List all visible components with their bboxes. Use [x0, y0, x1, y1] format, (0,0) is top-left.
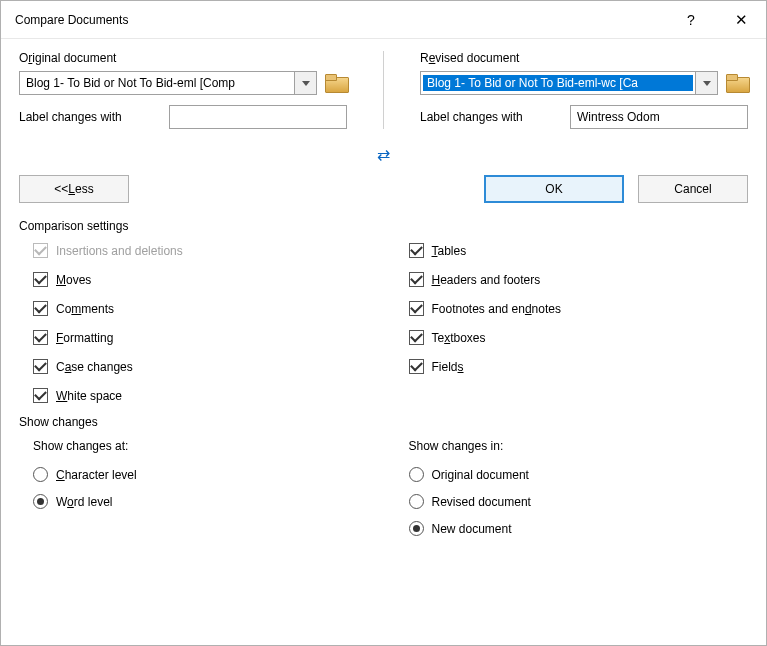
comparison-settings-label: Comparison settings: [19, 219, 748, 233]
headers-footers-checkbox-row[interactable]: Headers and footers: [409, 272, 749, 287]
insertions-deletions-checkbox: [33, 243, 48, 258]
tables-checkbox[interactable]: [409, 243, 424, 258]
textboxes-checkbox-row[interactable]: Textboxes: [409, 330, 749, 345]
comments-checkbox[interactable]: [33, 301, 48, 316]
dialog-title: Compare Documents: [15, 13, 666, 27]
white-space-checkbox-row[interactable]: White space: [33, 388, 373, 403]
original-label-changes-label: Label changes with: [19, 110, 159, 124]
textboxes-checkbox[interactable]: [409, 330, 424, 345]
ok-button[interactable]: OK: [484, 175, 624, 203]
revised-document-radio-row[interactable]: Revised document: [409, 494, 749, 509]
revised-browse-folder-icon[interactable]: [726, 74, 748, 92]
character-level-radio[interactable]: [33, 467, 48, 482]
word-level-radio-row[interactable]: Word level: [33, 494, 373, 509]
moves-checkbox[interactable]: [33, 272, 48, 287]
revised-document-radio[interactable]: [409, 494, 424, 509]
original-browse-folder-icon[interactable]: [325, 74, 347, 92]
show-changes-at-label: Show changes at:: [33, 439, 373, 453]
original-document-dropdown-button[interactable]: [294, 72, 316, 94]
original-document-combo[interactable]: Blog 1- To Bid or Not To Bid-eml [Comp: [19, 71, 317, 95]
footnotes-endnotes-checkbox-row[interactable]: Footnotes and endnotes: [409, 301, 749, 316]
original-document-radio-row[interactable]: Original document: [409, 467, 749, 482]
original-document-radio[interactable]: [409, 467, 424, 482]
revised-document-group: Revised document Blog 1- To Bid or Not T…: [420, 51, 748, 129]
chevron-down-icon: [703, 81, 711, 86]
formatting-checkbox[interactable]: [33, 330, 48, 345]
compare-documents-dialog: Compare Documents ? ✕ Original document …: [0, 0, 767, 646]
original-document-group: Original document Blog 1- To Bid or Not …: [19, 51, 347, 129]
fields-checkbox[interactable]: [409, 359, 424, 374]
show-changes-in-label: Show changes in:: [409, 439, 749, 453]
revised-document-dropdown-button[interactable]: [695, 72, 717, 94]
revised-document-label: Revised document: [420, 51, 748, 65]
case-changes-checkbox[interactable]: [33, 359, 48, 374]
revised-author-input[interactable]: [570, 105, 748, 129]
tables-checkbox-row[interactable]: Tables: [409, 243, 749, 258]
new-document-radio[interactable]: [409, 521, 424, 536]
original-author-input[interactable]: [169, 105, 347, 129]
close-icon: ✕: [735, 11, 748, 29]
word-level-radio[interactable]: [33, 494, 48, 509]
show-changes-label: Show changes: [19, 415, 748, 429]
original-document-value: Blog 1- To Bid or Not To Bid-eml [Comp: [20, 76, 294, 90]
revised-document-combo[interactable]: Blog 1- To Bid or Not To Bid-eml-wc [Ca: [420, 71, 718, 95]
comments-checkbox-row[interactable]: Comments: [33, 301, 373, 316]
revised-document-value: Blog 1- To Bid or Not To Bid-eml-wc [Ca: [423, 75, 693, 91]
column-divider: [383, 51, 384, 129]
close-button[interactable]: ✕: [716, 1, 766, 39]
formatting-checkbox-row[interactable]: Formatting: [33, 330, 373, 345]
chevron-down-icon: [302, 81, 310, 86]
help-button[interactable]: ?: [666, 1, 716, 39]
revised-label-changes-label: Label changes with: [420, 110, 560, 124]
swap-documents-icon[interactable]: ⇄: [377, 147, 390, 163]
dialog-content: Original document Blog 1- To Bid or Not …: [1, 39, 766, 645]
fields-checkbox-row[interactable]: Fields: [409, 359, 749, 374]
new-document-radio-row[interactable]: New document: [409, 521, 749, 536]
case-changes-checkbox-row[interactable]: Case changes: [33, 359, 373, 374]
titlebar: Compare Documents ? ✕: [1, 1, 766, 39]
less-button[interactable]: << Less: [19, 175, 129, 203]
footnotes-endnotes-checkbox[interactable]: [409, 301, 424, 316]
character-level-radio-row[interactable]: Character level: [33, 467, 373, 482]
insertions-deletions-checkbox-row: Insertions and deletions: [33, 243, 373, 258]
original-document-label: Original document: [19, 51, 347, 65]
white-space-checkbox[interactable]: [33, 388, 48, 403]
cancel-button[interactable]: Cancel: [638, 175, 748, 203]
moves-checkbox-row[interactable]: Moves: [33, 272, 373, 287]
headers-footers-checkbox[interactable]: [409, 272, 424, 287]
